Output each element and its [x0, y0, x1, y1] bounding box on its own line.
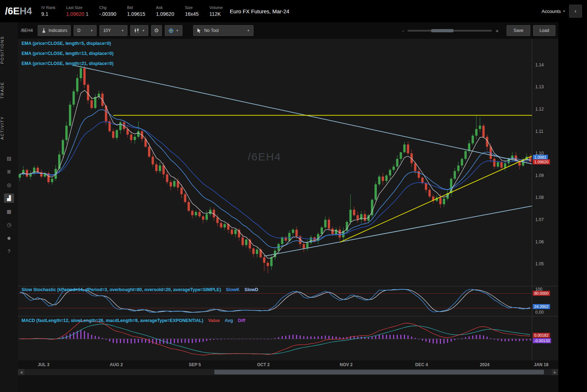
price-axis-label: 1.14: [535, 62, 544, 67]
macd-diff-badge: -0.00133: [533, 338, 551, 343]
size-label: Size: [185, 5, 192, 10]
slowd-legend: SlowD: [244, 287, 258, 292]
charts-icon[interactable]: ▟: [4, 193, 14, 203]
help-icon[interactable]: ?: [4, 247, 14, 256]
ask-field: Ask 1.09620: [156, 5, 174, 17]
ema21-study-label: EMA (price=CLOSE, length=21, displace=0): [22, 61, 113, 66]
chevron-down-icon: ▼: [247, 29, 250, 32]
toolbar-symbol-label: /6EH4: [21, 28, 33, 33]
time-axis[interactable]: JUL 3AUG 2SEP 5OCT 2NOV 2DEC 42024JAN 18: [18, 360, 558, 369]
indicators-button[interactable]: Indicators: [38, 25, 71, 36]
symbol-suffix: H4: [20, 6, 32, 17]
ema5-study-label: EMA (price=CLOSE, length=5, displace=0): [22, 41, 111, 46]
chart-module: /6EH4 Indicators D ▼ 10Y ▼ ▼ ⚙: [18, 22, 558, 392]
scroll-right-arrow[interactable]: ▶: [552, 369, 558, 375]
time-axis-label: AUG 2: [110, 362, 123, 367]
community-icon[interactable]: ☻: [4, 233, 14, 243]
price-chart-canvas[interactable]: [18, 39, 558, 360]
indicators-button-label: Indicators: [48, 28, 67, 33]
price-axis-label: 1.11: [535, 129, 543, 134]
time-axis-label: 2024: [480, 362, 490, 367]
sidebar-tab-activity[interactable]: ACTIVITY: [0, 113, 18, 143]
volume-field: Volume 112K: [209, 5, 223, 17]
gear-icon: ⚙: [154, 27, 159, 34]
stoch-slowk-badge: 24.3902: [533, 304, 550, 309]
grid-globe-icon: [168, 28, 174, 33]
sidebar-tab-positions[interactable]: POSITIONS: [0, 30, 18, 70]
contract-title: Euro FX Futures, Mar-24: [230, 8, 289, 14]
chart-area[interactable]: /6EH4 EMA (price=CLOSE, length=5, displa…: [18, 39, 558, 360]
chevron-left-icon: ‹: [574, 8, 576, 14]
aggregation-dropdown[interactable]: D ▼: [74, 25, 97, 36]
drawing-tool-dropdown[interactable]: No Tool ▼: [193, 25, 253, 36]
zoom-in-button[interactable]: +: [495, 28, 499, 34]
zoom-control: - +: [402, 28, 499, 34]
quote-header: /6EH4 IV Rank 9.1 Last Size 1.09620 1 Ch…: [0, 0, 587, 22]
scrollbar-thumb[interactable]: [214, 370, 544, 374]
macd-avg-legend: Avg: [225, 318, 233, 323]
accounts-label: Accounts: [542, 9, 561, 14]
price-axis-label: 1.07: [535, 217, 544, 222]
ask-value: 1.09620: [156, 11, 174, 17]
save-button[interactable]: Save: [507, 25, 530, 36]
symbol-root: /6E: [5, 6, 20, 17]
monitor-icon[interactable]: ▤: [4, 154, 14, 163]
last-size-label: Last Size: [66, 5, 82, 10]
iv-rank-value: 9.1: [41, 11, 48, 17]
volume-label: Volume: [209, 5, 223, 10]
iv-rank-field: IV Rank 9.1: [41, 5, 55, 17]
price-axis[interactable]: 1.141.131.121.111.101.091.081.071.061.05…: [532, 39, 558, 360]
scrollbar-track[interactable]: [24, 369, 552, 375]
chart-toolbar: /6EH4 Indicators D ▼ 10Y ▼ ▼ ⚙: [18, 22, 558, 39]
zoom-slider-thumb[interactable]: [431, 29, 453, 32]
time-axis-label: SEP 5: [189, 362, 201, 367]
macd-diff-legend: Diff: [238, 318, 245, 323]
history-clock-icon[interactable]: ◷: [4, 220, 14, 229]
collapse-panel-button[interactable]: ‹: [569, 5, 582, 18]
last-price-value: 1.09620: [66, 11, 84, 17]
accounts-dropdown[interactable]: Accounts ▼: [542, 9, 565, 14]
time-axis-label: OCT 2: [257, 362, 270, 367]
scan-icon[interactable]: ◎: [4, 180, 14, 190]
stoch-overbought-badge: 80.0000: [533, 291, 550, 296]
sidebar-tab-trade[interactable]: TRADE: [0, 79, 18, 101]
last-price-badge: 1.09620: [533, 159, 550, 164]
chevron-down-icon: ▼: [176, 29, 179, 32]
chevron-down-icon: ▼: [90, 29, 93, 32]
bid-value: 1.09615: [127, 11, 145, 17]
last-size-field: Last Size 1.09620 1: [66, 5, 88, 17]
zoom-out-button[interactable]: -: [402, 28, 404, 34]
zoom-slider[interactable]: [407, 30, 492, 32]
chart-style-dropdown[interactable]: ▼: [130, 25, 148, 36]
price-axis-label: 1.12: [535, 107, 544, 112]
collapsed-right-panel: [558, 22, 587, 392]
macd-value-legend: Value: [208, 318, 220, 323]
chart-grid-dropdown[interactable]: ▼: [165, 25, 182, 36]
time-axis-label: JUL 3: [38, 362, 49, 367]
slowk-legend: SlowK: [226, 287, 239, 292]
size-value: 16x45: [185, 11, 199, 17]
symbol-title: /6EH4: [5, 6, 32, 17]
bid-field: Bid 1.09615: [127, 5, 145, 17]
range-dropdown[interactable]: 10Y ▼: [99, 25, 127, 36]
time-axis-label: NOV 2: [340, 362, 353, 367]
time-axis-label: JAN 18: [534, 362, 549, 367]
iv-rank-label: IV Rank: [41, 5, 55, 10]
chevron-down-icon: ▼: [563, 10, 565, 13]
stochastic-study-label: Slow Stochastic (kPeriod=14, dPeriod=3, …: [22, 287, 258, 292]
volume-value: 112K: [209, 11, 221, 17]
scroll-left-arrow[interactable]: ◀: [18, 369, 24, 375]
watchlist-icon[interactable]: ≣: [4, 167, 14, 176]
price-axis-label: 1.13: [535, 84, 544, 89]
candlestick-icon: [134, 28, 140, 33]
range-value: 10Y: [103, 28, 111, 33]
price-axis-label: 1.09: [535, 173, 544, 178]
load-button[interactable]: Load: [533, 25, 555, 36]
chg-label: Chg: [99, 5, 106, 10]
macd-params: MACD (fastLength=12, slowLength=26, macd…: [22, 318, 203, 323]
stochastic-params: Slow Stochastic (kPeriod=14, dPeriod=3, …: [22, 287, 221, 292]
apps-grid-icon[interactable]: ▦: [4, 207, 14, 216]
chart-settings-button[interactable]: ⚙: [151, 25, 162, 36]
chevron-down-icon: ▼: [121, 29, 124, 32]
macd-value-badge: 0.00182: [533, 333, 550, 338]
